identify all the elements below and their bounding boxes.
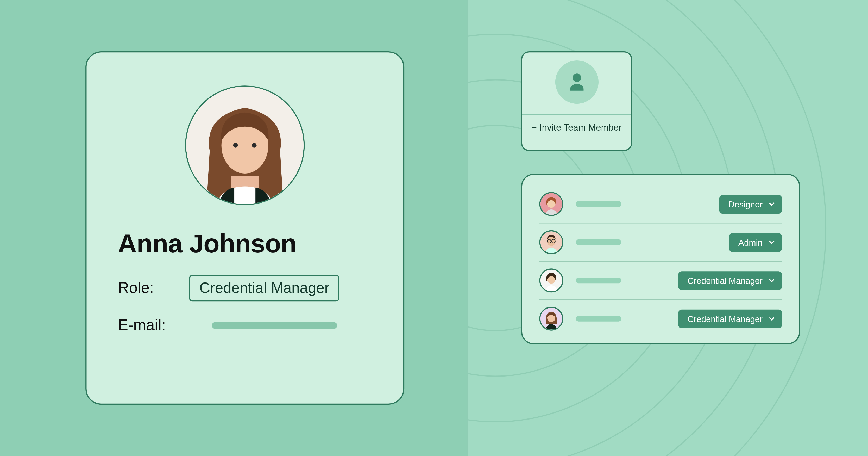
team-row: Admin [539,223,782,261]
team-row: Designer [539,192,782,223]
invite-team-card[interactable]: + Invite Team Member [521,51,632,151]
role-value-chip[interactable]: Credential Manager [189,275,340,302]
chevron-down-icon [768,315,775,322]
member-avatar [539,307,563,331]
person-icon [555,60,598,104]
role-label: Role: [118,279,189,297]
member-name-placeholder [576,278,621,283]
role-dropdown-label: Designer [728,199,763,209]
team-list-card: Designer Admin Credential Manager [521,174,800,344]
role-dropdown[interactable]: Admin [729,233,782,252]
svg-point-8 [233,143,238,148]
member-name-placeholder [576,201,621,207]
profile-avatar [185,85,305,205]
invite-team-label: + Invite Team Member [532,115,622,142]
email-row: E-mail: [118,316,372,334]
email-value-placeholder [212,322,337,329]
role-dropdown[interactable]: Credential Manager [679,309,782,328]
member-avatar [539,268,563,292]
role-dropdown-label: Admin [738,237,763,247]
chevron-down-icon [768,201,775,207]
member-avatar [539,230,563,254]
chevron-down-icon [768,239,775,246]
role-dropdown-label: Credential Manager [688,314,763,323]
chevron-down-icon [768,277,775,284]
team-row: Credential Manager [539,261,782,300]
team-row: Credential Manager [539,299,782,333]
role-dropdown-label: Credential Manager [688,276,763,285]
profile-card: Anna Johnson Role: Credential Manager E-… [85,51,404,405]
role-dropdown[interactable]: Designer [719,195,782,213]
svg-point-9 [252,143,257,148]
email-label: E-mail: [118,316,189,334]
role-dropdown[interactable]: Credential Manager [679,271,782,290]
member-avatar [539,192,563,216]
profile-name: Anna Johnson [118,228,372,259]
member-name-placeholder [576,239,621,245]
role-row: Role: Credential Manager [118,275,372,302]
member-name-placeholder [576,316,621,321]
panel-divider [467,0,468,456]
